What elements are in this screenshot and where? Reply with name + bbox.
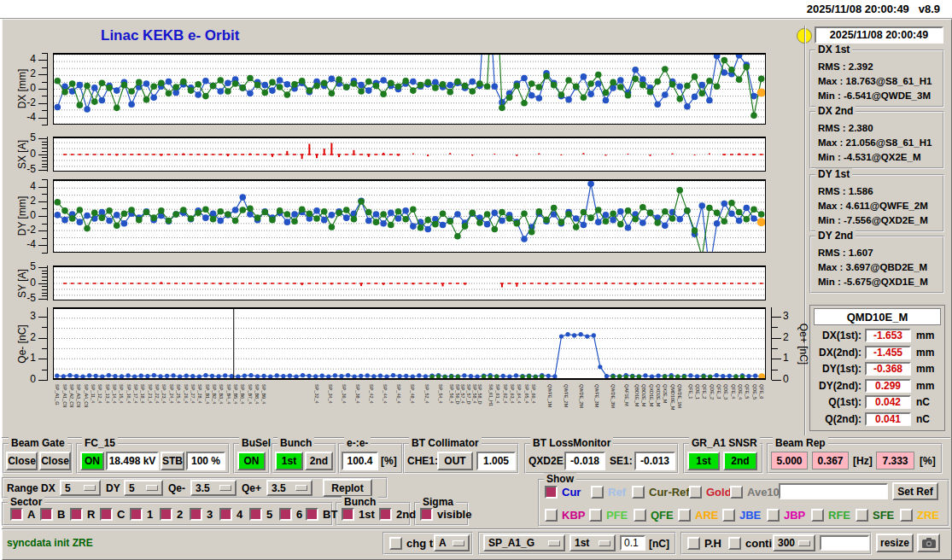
dx-major-tick: [38, 89, 48, 90]
show-zre-checkbox[interactable]: [900, 509, 913, 522]
qxd2e-label: QXD2E:: [529, 455, 567, 467]
show-ref-checkbox[interactable]: [591, 486, 604, 499]
sx-tick: [42, 157, 48, 158]
chg-th-checkbox[interactable]: [389, 537, 402, 550]
bpm-name-label: SP_A4_C9: [83, 384, 88, 407]
stats-line-max: Max : 21.056@S8_61_H1: [818, 137, 932, 148]
bpm-name-label: QWFE_3M: [594, 384, 599, 407]
sector-r-checkbox[interactable]: [70, 508, 83, 521]
bunch-2nd-button[interactable]: 2nd: [305, 452, 333, 470]
bunch-filter-1st-checkbox[interactable]: [342, 508, 354, 521]
show-rfe-checkbox[interactable]: [811, 509, 824, 522]
range-qem-dropdown[interactable]: 3.5: [190, 480, 237, 496]
beam-gate-close-button-2[interactable]: Close: [39, 452, 71, 470]
beam-rep-hz-unit: [Hz]: [853, 455, 873, 467]
busel-on-button[interactable]: ON: [237, 452, 266, 470]
set-ref-button[interactable]: Set Ref: [892, 482, 938, 500]
show-sfe-checkbox[interactable]: [856, 509, 868, 522]
monitor-row-unit: mm: [916, 347, 934, 359]
bpm-name-label: SP_56_4: [448, 384, 453, 404]
ee-ratio-unit: [%]: [381, 455, 397, 467]
bpm-name-label: SP_28_4: [197, 384, 202, 404]
bunch-filter-2nd-checkbox[interactable]: [379, 508, 392, 521]
sigma-visible-checkbox[interactable]: [420, 508, 433, 521]
sector-b-checkbox[interactable]: [40, 508, 53, 521]
gr-a1-1st-button[interactable]: 1st: [687, 452, 720, 470]
conti-checkbox[interactable]: [728, 537, 741, 550]
dx-tick: [42, 53, 48, 54]
sector-4-checkbox[interactable]: [219, 508, 232, 521]
fc15-on-button[interactable]: ON: [80, 452, 104, 470]
monitor-row-value: 0.042: [865, 395, 911, 409]
screenshot-button[interactable]: [917, 534, 940, 552]
show-label: Cur-Ref: [649, 486, 690, 499]
ph-checkbox[interactable]: [687, 537, 700, 550]
bpm-name-label: SP_52_4: [423, 384, 429, 404]
count-dropdown[interactable]: 300: [773, 534, 815, 551]
sector-5-checkbox[interactable]: [249, 508, 262, 521]
sector-c-checkbox[interactable]: [100, 508, 113, 521]
show-jbe-checkbox[interactable]: [722, 509, 735, 522]
range-dy-dropdown[interactable]: 5: [124, 480, 163, 496]
qe-major-tick: [38, 380, 48, 381]
show-cur-ref-checkbox[interactable]: [632, 486, 645, 499]
show-jbp-checkbox[interactable]: [767, 509, 780, 522]
sy-major-tick: [38, 283, 48, 284]
sector-bt-checkbox[interactable]: [306, 508, 318, 521]
sector-6-checkbox[interactable]: [279, 508, 292, 521]
che1-out-button[interactable]: OUT: [437, 452, 473, 470]
range-qep-dropdown[interactable]: 3.5: [266, 480, 312, 496]
stats-line-max: Max : 3.697@QBD2E_M: [818, 262, 927, 272]
show-cur-checkbox[interactable]: [545, 486, 558, 499]
bpm-name-label: SP_25_4: [176, 384, 181, 404]
sector-a-checkbox[interactable]: [10, 508, 23, 521]
bpm-name-label: QDE_1: [695, 384, 700, 400]
chart-sx-plot: [53, 137, 766, 172]
show-are-checkbox[interactable]: [678, 509, 691, 522]
sector-label: 3: [207, 508, 213, 521]
beam-gate-close-button-1[interactable]: Close: [6, 452, 38, 470]
sector-3-checkbox[interactable]: [190, 508, 202, 521]
bpm-name-label: SP_36_4: [341, 384, 346, 404]
show-label: Gold: [706, 486, 732, 499]
fc15-stb-button[interactable]: STB: [161, 452, 184, 470]
bpm-name-label: SP_42_4: [369, 384, 374, 404]
threshold-input[interactable]: [620, 535, 645, 551]
chg-th-dropdown[interactable]: A: [434, 534, 470, 551]
bpm-name-label: SP_B5_4: [232, 384, 237, 404]
sector-2-checkbox[interactable]: [160, 508, 172, 521]
bunch-select-dropdown[interactable]: 1st: [569, 534, 616, 551]
show-ave10-checkbox[interactable]: [730, 486, 743, 499]
fc15-group-label: FC_15: [82, 437, 118, 449]
bpm-name-label: SP_A3_C9: [76, 384, 81, 407]
show-sfe-wrap: SFE: [856, 509, 894, 522]
sector-1-checkbox[interactable]: [130, 508, 143, 521]
bpm-name-label: SP_26_4: [183, 384, 188, 404]
range-dx-dropdown[interactable]: 5: [60, 480, 101, 496]
se1-label: SE1:: [610, 455, 633, 467]
ref-entry-input[interactable]: [779, 483, 888, 499]
replot-button[interactable]: Replot: [323, 479, 372, 497]
show-zre-wrap: ZRE: [900, 509, 939, 522]
bpm-name-label: SP_58_D: [477, 384, 482, 405]
status-entry-input[interactable]: [820, 535, 869, 551]
gr-a1-2nd-button[interactable]: 2nd: [723, 452, 757, 470]
show-kbp-checkbox[interactable]: [545, 509, 558, 522]
che1-label: CHE1:: [407, 455, 438, 467]
qxd2e-value: -0.018: [564, 452, 605, 470]
monitor-select-dropdown[interactable]: SP_A1_G: [483, 534, 565, 551]
sector-6-wrap: 6: [279, 508, 302, 521]
bunch-1st-button[interactable]: 1st: [275, 452, 303, 470]
show-gold-checkbox[interactable]: [689, 486, 702, 499]
bpm-name-label: QXD2E_M: [656, 384, 661, 406]
show-label: JBE: [739, 509, 761, 522]
sy-major-tick: [38, 267, 48, 268]
monitor-row-label: DY(1st):: [812, 363, 861, 375]
ph-label: P.H: [704, 537, 721, 550]
show-label: Ave10: [747, 486, 780, 499]
show-qfe-checkbox[interactable]: [634, 509, 646, 522]
sigma-group-label: Sigma: [420, 496, 456, 508]
show-pfe-checkbox[interactable]: [589, 509, 602, 522]
resize-button[interactable]: resize: [876, 534, 914, 552]
dy-tick-label: 0: [14, 209, 36, 221]
